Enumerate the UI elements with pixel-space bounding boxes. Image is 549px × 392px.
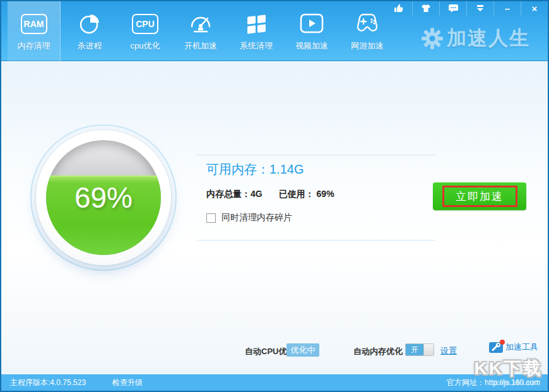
memory-usage-gauge: 69% [46,140,161,255]
auto-memory-toggle[interactable]: 开 [405,343,434,356]
tab-label: 开机加速 [184,40,217,52]
toggle-on-label: 开 [406,344,423,355]
tab-label: 网游加速 [351,40,384,52]
defrag-checkbox-label: 同时清理内存碎片 [221,212,292,223]
divider-top [197,155,435,155]
chevron-down-icon [477,5,483,11]
main-menu-button[interactable] [466,1,493,15]
speedometer-icon [188,11,213,37]
speedup-tools-label: 加速工具 [505,342,538,353]
tab-label: 内存清理 [18,40,50,52]
gear-icon [421,27,444,50]
video-play-icon [298,11,325,37]
chat-bubble-icon [448,4,459,13]
feedback-button[interactable] [439,1,466,15]
tshirt-icon [421,4,431,13]
memory-totals-text: 内存总量：4G已使用： 69% [206,189,351,200]
available-memory-text: 可用内存：1.14G [206,161,304,178]
windows-icon [247,11,266,37]
tab-system-clean[interactable]: 系统清理 [230,1,283,61]
close-button[interactable]: × [521,1,548,15]
tab-label: 杀进程 [78,40,102,52]
tab-label: 视频加速 [295,40,328,52]
auto-cpu-status-badge: 优化中 [286,343,319,357]
toolbox-wrench-icon [489,342,503,353]
tab-cpu-optimize[interactable]: CPU cpu优化 [119,1,172,61]
cpu-icon-text: CPU [132,14,158,34]
tab-strip: RAM 内存清理 杀进程 CPU cpu优化 [8,1,396,61]
total-memory-text: 内存总量：4G [206,189,263,199]
minimize-button[interactable]: – [493,1,521,15]
toggle-knob [423,344,434,355]
notification-dot [500,340,505,345]
like-button[interactable] [385,1,412,15]
check-update-link[interactable]: 检查升级 [112,377,143,388]
titlebar-buttons: – × [385,1,548,15]
app-logo: 加速人生 [421,25,530,52]
speedup-tools-button[interactable]: 加速工具 [489,342,538,353]
main-content: 69% 可用内存：1.14G 内存总量：4G已使用： 69% 同时清理内存碎片 … [1,62,548,374]
boost-now-button[interactable]: 立即加速 [433,182,526,210]
gauge-percent-label: 69% [46,140,161,255]
thumbs-up-icon [394,4,404,13]
pie-chart-icon [78,11,101,37]
ram-icon: RAM [21,11,47,37]
divider-bottom [197,240,435,241]
toolbar: RAM 内存清理 杀进程 CPU cpu优化 [1,1,548,61]
auto-memory-label: 自动内存优化 [353,346,403,357]
app-window: RAM 内存清理 杀进程 CPU cpu优化 [0,0,549,392]
cpu-icon: CPU [132,11,158,37]
defrag-checkbox-row: 同时清理内存碎片 [206,212,292,223]
settings-link[interactable]: 设置 [440,345,457,357]
tab-memory-clean[interactable]: RAM 内存清理 [8,1,61,61]
defrag-checkbox[interactable] [206,213,216,223]
tab-label: cpu优化 [131,40,160,52]
status-bar: 主程序版本:4.0.75.523 检查升级 官方网址：http://js.160… [1,374,548,391]
tab-video-speedup[interactable]: 视频加速 [285,1,338,61]
app-logo-text: 加速人生 [447,25,530,52]
minimize-icon: – [505,3,510,14]
version-text: 主程序版本:4.0.75.523 [10,377,86,388]
skin-button[interactable] [412,1,439,15]
gamepad-icon [353,11,381,37]
tab-kill-process[interactable]: 杀进程 [63,1,116,61]
tab-boot-speedup[interactable]: 开机加速 [174,1,227,61]
used-memory-text: 已使用： 69% [279,189,334,199]
official-website-text: 官方网址：http://js.160.com [447,377,540,388]
tab-label: 系统清理 [240,40,273,52]
close-icon: × [532,3,538,14]
ram-icon-text: RAM [21,14,47,34]
